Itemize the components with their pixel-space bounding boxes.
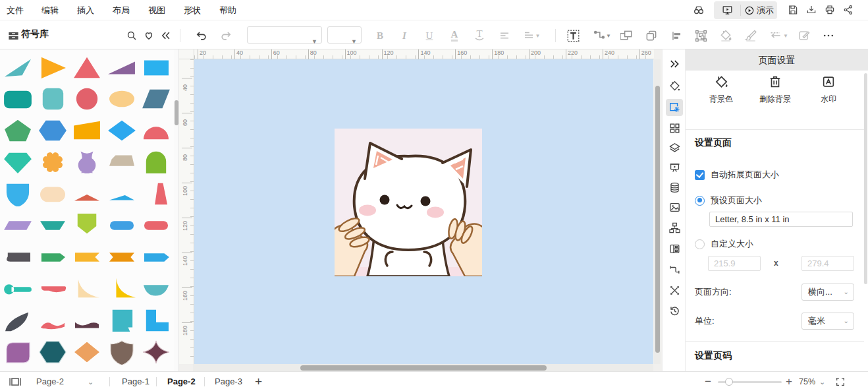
shape-item[interactable] bbox=[105, 146, 139, 178]
shape-item[interactable] bbox=[70, 241, 104, 273]
shape-item[interactable] bbox=[1, 336, 35, 368]
shape-item[interactable] bbox=[36, 273, 70, 305]
orientation-select[interactable]: 横向...⌄ bbox=[801, 284, 854, 301]
edit-shape-icon[interactable] bbox=[796, 28, 812, 44]
shape-item[interactable] bbox=[105, 83, 139, 115]
shape-item[interactable] bbox=[1, 178, 35, 210]
library-scrollbar[interactable] bbox=[174, 49, 179, 371]
layers-icon[interactable] bbox=[666, 139, 683, 156]
duplicate-icon[interactable] bbox=[643, 28, 659, 44]
shape-item[interactable] bbox=[70, 305, 104, 336]
container-icon[interactable] bbox=[619, 28, 635, 44]
more-tools-icon[interactable] bbox=[821, 28, 836, 44]
shape-item[interactable] bbox=[36, 51, 70, 83]
shape-item[interactable] bbox=[1, 146, 35, 178]
shape-item[interactable] bbox=[70, 273, 104, 305]
shape-item[interactable] bbox=[36, 178, 70, 210]
present-screen-icon[interactable] bbox=[714, 4, 740, 16]
shape-item[interactable] bbox=[1, 115, 35, 146]
shape-item[interactable] bbox=[70, 178, 104, 210]
shape-item[interactable] bbox=[139, 115, 173, 146]
align-icon[interactable] bbox=[668, 28, 684, 44]
fullscreen-icon[interactable] bbox=[835, 376, 846, 387]
tab-page-2[interactable]: Page-2 bbox=[167, 372, 196, 391]
shape-item[interactable] bbox=[1, 83, 35, 115]
current-page-label[interactable]: Page-2 bbox=[36, 372, 64, 391]
auto-expand-checkbox[interactable] bbox=[695, 170, 705, 180]
group-icon[interactable] bbox=[693, 28, 709, 44]
shape-item[interactable] bbox=[70, 210, 104, 241]
preset-size-row[interactable]: 预设页面大小 bbox=[695, 195, 762, 206]
menu-layout[interactable]: 布局 bbox=[113, 0, 130, 20]
undo-icon[interactable] bbox=[194, 28, 209, 44]
shape-item[interactable] bbox=[105, 305, 139, 336]
shape-item[interactable] bbox=[105, 51, 139, 83]
fill-style-icon[interactable] bbox=[666, 77, 683, 94]
text-tool-icon[interactable] bbox=[565, 28, 581, 44]
text-align-icon[interactable]: ▼ bbox=[520, 28, 543, 44]
page-dropdown-icon[interactable]: ⌄ bbox=[88, 372, 94, 391]
shape-item[interactable] bbox=[1, 210, 35, 241]
zoom-level[interactable]: 75% bbox=[799, 372, 815, 391]
find-icon[interactable] bbox=[691, 2, 707, 18]
orgchart-panel-icon[interactable] bbox=[666, 219, 683, 236]
print-icon[interactable] bbox=[822, 2, 838, 18]
unit-select[interactable]: 毫米⌄ bbox=[801, 313, 854, 330]
shape-item[interactable] bbox=[36, 305, 70, 336]
add-page-button[interactable]: + bbox=[255, 372, 262, 391]
library-manage-icon[interactable] bbox=[666, 240, 683, 257]
collapse-library-icon[interactable] bbox=[158, 28, 174, 44]
connector-tool-icon[interactable]: ▼ bbox=[590, 28, 614, 44]
image-panel-icon[interactable] bbox=[666, 198, 683, 216]
italic-icon[interactable]: I bbox=[396, 28, 412, 44]
shape-item[interactable] bbox=[36, 336, 70, 368]
delete-background-button[interactable]: 删除背景 bbox=[753, 73, 797, 105]
shape-item[interactable] bbox=[139, 305, 173, 336]
font-family-select[interactable]: ▼ bbox=[247, 26, 322, 44]
shape-item[interactable] bbox=[105, 210, 139, 241]
bold-icon[interactable]: B bbox=[372, 28, 388, 44]
shape-item[interactable] bbox=[36, 115, 70, 146]
menu-help[interactable]: 帮助 bbox=[219, 0, 236, 20]
fill-color-icon[interactable] bbox=[718, 28, 734, 44]
shape-item[interactable] bbox=[36, 146, 70, 178]
shape-item[interactable] bbox=[105, 115, 139, 146]
brush-icon[interactable] bbox=[743, 28, 759, 44]
shape-item[interactable] bbox=[36, 83, 70, 115]
tab-page-1[interactable]: Page-1 bbox=[122, 372, 149, 391]
background-color-button[interactable]: 背景色 bbox=[699, 73, 743, 105]
vertical-scrollbar[interactable] bbox=[654, 59, 661, 364]
auto-expand-row[interactable]: 自动拓展页面大小 bbox=[695, 169, 779, 181]
save-icon[interactable] bbox=[785, 2, 801, 18]
connector-style-panel-icon[interactable] bbox=[666, 261, 683, 278]
menu-edit[interactable]: 编辑 bbox=[41, 0, 59, 20]
shape-item[interactable] bbox=[1, 241, 35, 273]
share-icon[interactable] bbox=[840, 2, 856, 18]
shape-item[interactable] bbox=[139, 146, 173, 178]
shape-item[interactable] bbox=[105, 336, 139, 368]
shape-item[interactable] bbox=[1, 305, 35, 336]
shape-item[interactable] bbox=[139, 336, 173, 368]
zoom-slider-thumb[interactable] bbox=[725, 378, 733, 386]
shape-item[interactable] bbox=[139, 210, 173, 241]
shape-item[interactable] bbox=[70, 115, 104, 146]
zoom-dropdown-icon[interactable]: ⌄ bbox=[819, 372, 825, 391]
presentation-panel-icon[interactable] bbox=[666, 159, 683, 176]
history-icon[interactable] bbox=[666, 302, 683, 319]
shape-item[interactable] bbox=[1, 51, 35, 83]
shape-item[interactable] bbox=[36, 241, 70, 273]
font-size-select[interactable]: ▼ bbox=[327, 26, 362, 44]
shape-item[interactable] bbox=[70, 336, 104, 368]
download-icon[interactable] bbox=[803, 2, 819, 18]
collapse-panel-icon[interactable] bbox=[666, 55, 683, 73]
menu-shape[interactable]: 形状 bbox=[184, 0, 201, 20]
shape-item[interactable] bbox=[70, 146, 104, 178]
line-spacing-icon[interactable] bbox=[497, 28, 512, 44]
zoom-out-button[interactable]: − bbox=[705, 372, 711, 391]
shape-item[interactable] bbox=[139, 241, 173, 273]
panel-scrollbar[interactable] bbox=[864, 73, 867, 284]
watermark-button[interactable]: 水印 bbox=[807, 73, 850, 105]
search-icon[interactable] bbox=[124, 28, 140, 44]
symbols-panel-icon[interactable] bbox=[666, 119, 683, 136]
shape-item[interactable] bbox=[105, 178, 139, 210]
